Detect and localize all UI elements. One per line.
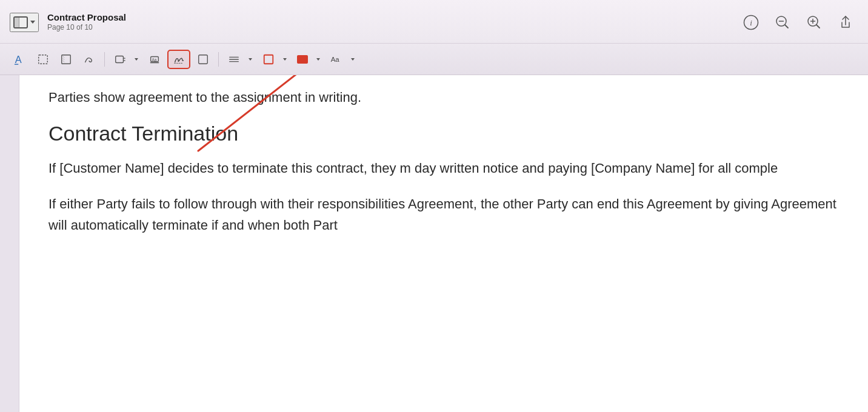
window-tool-button[interactable] (193, 50, 213, 69)
chevron-down-icon (30, 21, 35, 24)
paragraph-1: If [Customer Name] decides to terminate … (48, 158, 839, 179)
fill-color-tool-group (293, 50, 324, 69)
svg-line-14 (63, 58, 65, 60)
svg-line-13 (63, 56, 65, 58)
chevron-down-icon (316, 58, 320, 61)
annotate-tool-group (110, 50, 142, 69)
info-button[interactable]: i (741, 12, 761, 33)
separator-2 (218, 52, 219, 67)
svg-text:A: A (15, 54, 22, 65)
signature-tool-button[interactable] (167, 50, 190, 69)
align-tool-group (224, 50, 256, 69)
freehand-tool-button[interactable] (79, 50, 99, 69)
doc-title: Contract Proposal (47, 12, 126, 23)
text-style-tool-button[interactable]: Aa (326, 50, 347, 69)
svg-text:Aa: Aa (331, 56, 340, 63)
title-right-group: i (741, 12, 856, 33)
svg-line-8 (816, 25, 820, 28)
svg-rect-25 (264, 55, 273, 64)
doc-subtitle: Page 10 of 10 (47, 23, 126, 33)
chevron-down-icon (351, 58, 355, 61)
doc-area: Parties show agreement to the assignment… (0, 75, 868, 412)
svg-line-4 (785, 25, 788, 28)
title-bar: Contract Proposal Page 10 of 10 i (0, 0, 868, 44)
border-style-tool-group (258, 50, 290, 69)
svg-rect-11 (39, 55, 48, 64)
chevron-down-icon (283, 58, 287, 61)
fill-color-dropdown-button[interactable] (313, 50, 324, 69)
align-tool-button[interactable] (224, 50, 244, 69)
title-left-group: Contract Proposal Page 10 of 10 (10, 12, 126, 33)
chevron-down-icon (135, 58, 138, 61)
lasso-tool-button[interactable] (56, 50, 76, 69)
fill-color-tool-button[interactable] (293, 50, 312, 69)
fill-color-swatch (297, 55, 308, 64)
text-style-tool-group: Aa (326, 50, 358, 69)
chevron-down-icon (249, 58, 252, 61)
svg-text:Aa: Aa (152, 57, 156, 61)
share-button[interactable] (835, 12, 856, 33)
text-style-dropdown-button[interactable] (347, 50, 358, 69)
border-dropdown-button[interactable] (279, 50, 290, 69)
section-title: Contract Termination (48, 122, 839, 145)
zoom-in-button[interactable] (804, 12, 824, 33)
border-style-tool-button[interactable] (258, 50, 279, 69)
stamp-tool-button[interactable]: Aa (144, 50, 165, 69)
partial-line-text: Parties show agreement to the assignment… (48, 87, 839, 107)
annotate-dropdown-button[interactable] (131, 50, 142, 69)
doc-title-group: Contract Proposal Page 10 of 10 (47, 12, 126, 33)
zoom-out-button[interactable] (772, 12, 793, 33)
sidebar-strip (0, 75, 19, 412)
sidebar-toggle-button[interactable] (10, 13, 39, 32)
paragraph-2: If either Party fails to follow through … (48, 193, 839, 236)
align-dropdown-button[interactable] (245, 50, 256, 69)
text-tool-button[interactable]: A (10, 50, 30, 69)
svg-text:i: i (750, 18, 752, 27)
svg-line-15 (63, 60, 65, 62)
rect-select-tool-button[interactable] (33, 50, 53, 69)
separator-1 (104, 52, 105, 67)
svg-rect-21 (199, 55, 208, 64)
svg-rect-16 (116, 56, 124, 62)
annotate-tool-button[interactable] (110, 50, 130, 69)
doc-content: Parties show agreement to the assignment… (19, 75, 868, 412)
sidebar-icon (13, 16, 28, 28)
toolbar: A (0, 44, 868, 75)
